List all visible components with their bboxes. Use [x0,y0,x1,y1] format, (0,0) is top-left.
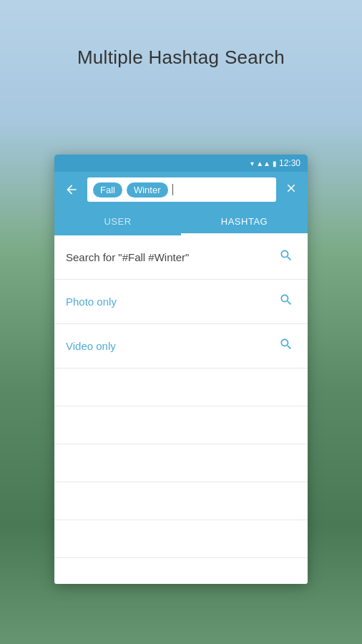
signal-icon: ▲▲ [256,160,270,167]
clear-button[interactable] [282,179,300,201]
empty-rows [54,369,308,584]
suggestion-item-video[interactable]: Video only [54,324,308,369]
suggestions-list: Search for "#Fall #Winter" Photo only Vi… [54,235,308,584]
tabs-container: User Hashtag [54,208,308,235]
empty-row-4 [54,482,308,520]
search-input-area[interactable]: Fall Winter [87,177,276,202]
status-bar: ▾ ▲▲ ▮ 12:30 [54,155,308,172]
back-button[interactable] [62,180,82,200]
suggestion-item-search[interactable]: Search for "#Fall #Winter" [54,235,308,280]
suggestion-item-photo[interactable]: Photo only [54,280,308,324]
wifi-icon: ▾ [250,160,254,167]
status-time: 12:30 [279,158,300,168]
empty-row-1 [54,369,308,406]
suggestion-text-video: Video only [66,340,276,352]
suggestion-text-photo: Photo only [66,296,276,308]
search-icon-0[interactable] [276,245,296,269]
suggestion-text-search: Search for "#Fall #Winter" [66,251,276,263]
search-icon-2[interactable] [276,334,296,358]
page-title-container: Multiple Hashtag Search [0,47,362,69]
tag-chip-fall[interactable]: Fall [93,182,122,197]
empty-row-3 [54,444,308,482]
tab-hashtag[interactable]: Hashtag [181,208,308,235]
page-title: Multiple Hashtag Search [0,47,362,69]
tab-user[interactable]: User [54,208,181,235]
search-bar: Fall Winter [54,172,308,208]
empty-row-2 [54,406,308,444]
phone-frame: ▾ ▲▲ ▮ 12:30 Fall Winter User Has [54,155,308,584]
empty-row-6 [54,558,308,584]
status-icons: ▾ ▲▲ ▮ 12:30 [250,158,300,168]
search-icon-1[interactable] [276,290,296,313]
tag-chip-winter[interactable]: Winter [127,182,168,197]
cursor [172,184,173,195]
empty-row-5 [54,520,308,558]
battery-icon: ▮ [273,160,277,167]
